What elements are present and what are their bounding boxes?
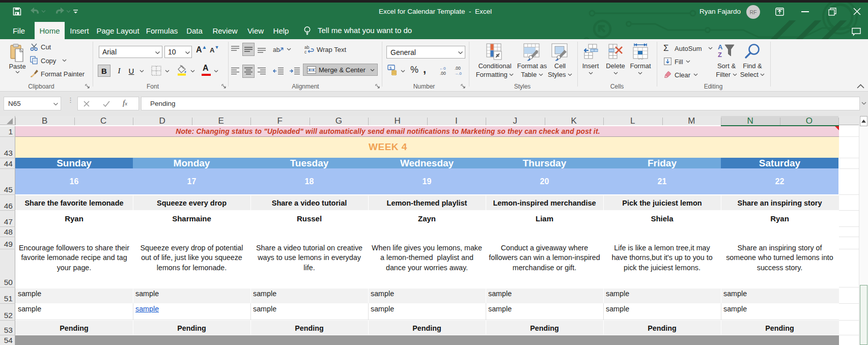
- svg-text:ab: ab: [273, 46, 280, 53]
- svg-text:c: c: [304, 49, 307, 54]
- svg-text:.00: .00: [440, 71, 446, 75]
- svg-text:Z: Z: [718, 51, 722, 58]
- svg-text:$: $: [389, 66, 392, 70]
- svg-text:→.0: →.0: [454, 71, 462, 75]
- svg-text:A: A: [718, 44, 723, 51]
- svg-text:.00: .00: [455, 66, 461, 71]
- svg-text:←0: ←0: [439, 66, 446, 71]
